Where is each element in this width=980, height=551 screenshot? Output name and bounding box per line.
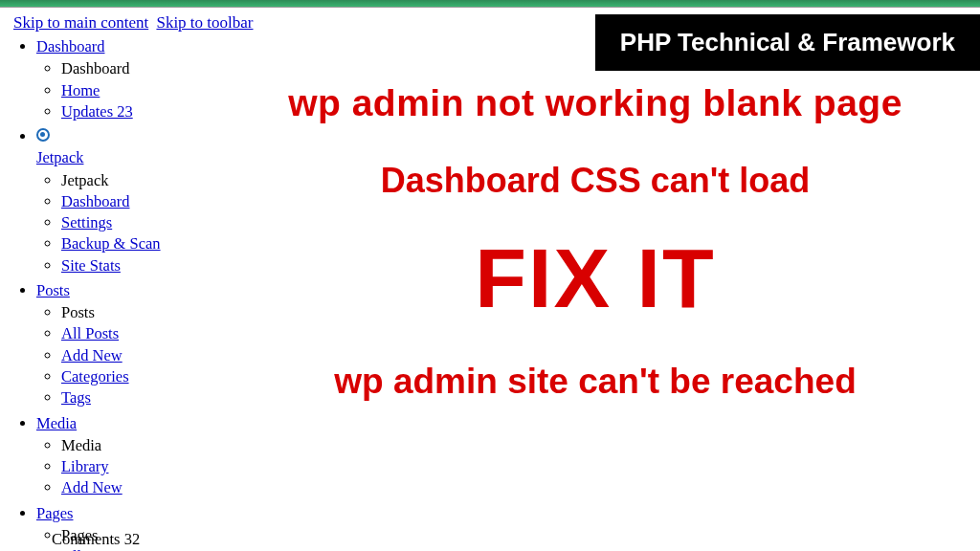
menu-section: MediaMediaLibraryAdd New — [36, 413, 980, 499]
submenu-item: Add New — [61, 477, 980, 498]
submenu-item: Dashboard — [61, 58, 980, 79]
submenu-link[interactable]: Library — [61, 457, 108, 475]
submenu-link[interactable]: Backup & Scan — [61, 234, 161, 253]
submenu-item: All Posts — [61, 323, 980, 344]
submenu-link[interactable]: Add New — [61, 478, 122, 496]
submenu-link[interactable]: All Posts — [61, 324, 119, 342]
submenu-link[interactable]: Settings — [61, 213, 112, 231]
submenu-item: Categories — [61, 366, 980, 387]
skip-links: Skip to main content Skip to toolbar — [0, 8, 980, 34]
submenu-item: Updates 23 — [61, 101, 980, 122]
menu-section-link[interactable]: Jetpack — [36, 148, 83, 166]
jetpack-icon — [36, 128, 50, 142]
submenu-link[interactable]: Tags — [61, 388, 91, 407]
submenu: PostsAll PostsAdd NewCategoriesTags — [36, 302, 980, 408]
submenu-link[interactable]: Categories — [61, 367, 129, 386]
submenu: PagesAll PagesAdd NewCategoriesTags — [36, 525, 980, 551]
menu-cutoff-item: Comments 32 — [52, 530, 140, 549]
menu-section: DashboardDashboardHomeUpdates 23 — [36, 36, 980, 122]
window-top-bar — [0, 0, 980, 8]
admin-menu: DashboardDashboardHomeUpdates 23JetpackJ… — [0, 34, 980, 551]
submenu-link[interactable]: Home — [61, 81, 100, 99]
menu-section: JetpackJetpackDashboardSettingsBackup & … — [36, 126, 980, 276]
submenu-label: Jetpack — [61, 171, 108, 189]
submenu-label: Posts — [61, 303, 95, 321]
menu-section-link[interactable]: Posts — [36, 281, 70, 299]
submenu-item: Home — [61, 80, 980, 101]
menu-section-link[interactable]: Dashboard — [36, 37, 104, 55]
submenu-link[interactable]: Site Stats — [61, 256, 121, 275]
submenu-item: Tags — [61, 387, 980, 408]
menu-section: PostsPostsAll PostsAdd NewCategoriesTags — [36, 280, 980, 409]
submenu-link[interactable]: Add New — [61, 346, 122, 364]
submenu: MediaLibraryAdd New — [36, 435, 980, 499]
skip-main-link[interactable]: Skip to main content — [13, 13, 148, 32]
menu-section-link[interactable]: Pages — [36, 504, 74, 522]
submenu-item: All Pages — [61, 546, 980, 551]
submenu-item: Site Stats — [61, 255, 980, 276]
submenu-item: Posts — [61, 302, 980, 323]
submenu-item: Backup & Scan — [61, 233, 980, 254]
submenu-item: Dashboard — [61, 191, 980, 212]
submenu-link[interactable]: Updates 23 — [61, 102, 133, 121]
menu-section: PagesPagesAll PagesAdd NewCategoriesTags — [36, 503, 980, 551]
submenu-item: Media — [61, 435, 980, 456]
submenu-item: Jetpack — [61, 170, 980, 191]
submenu-item: Library — [61, 456, 980, 477]
submenu: JetpackDashboardSettingsBackup & ScanSit… — [36, 170, 980, 276]
submenu-link[interactable]: Dashboard — [61, 192, 129, 210]
submenu-label: Media — [61, 436, 101, 454]
submenu-item: Add New — [61, 345, 980, 366]
skip-toolbar-link[interactable]: Skip to toolbar — [156, 13, 253, 32]
submenu: DashboardHomeUpdates 23 — [36, 58, 980, 122]
submenu-label: Dashboard — [61, 59, 129, 77]
submenu-item: Pages — [61, 525, 980, 546]
submenu-item: Settings — [61, 212, 980, 233]
menu-section-link[interactable]: Media — [36, 414, 77, 432]
